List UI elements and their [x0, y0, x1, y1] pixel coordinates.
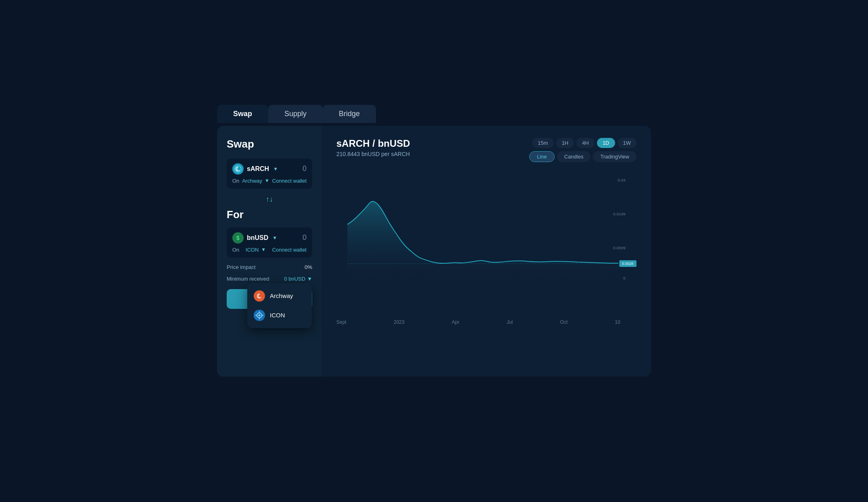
to-on-label: On	[232, 247, 239, 253]
left-panel: Swap sARCH ▼	[217, 126, 322, 377]
from-on-label: On	[232, 178, 239, 184]
dropdown-archway-label: Archway	[270, 292, 293, 299]
view-buttons: Line Candles TradingView	[529, 151, 636, 162]
svg-text:0.0199: 0.0199	[613, 211, 626, 216]
dropdown-icon[interactable]: ICON	[247, 306, 312, 325]
chart-title-section: sARCH / bnUSD 210.8443 bnUSD per sARCH	[336, 138, 410, 157]
chart-title: sARCH / bnUSD	[336, 138, 410, 149]
price-impact-value: 0%	[305, 264, 312, 270]
chart-rate: 210.8443 bnUSD per sARCH	[336, 151, 410, 157]
from-network-selector[interactable]: Archway ▼	[242, 178, 269, 184]
from-connect-wallet[interactable]: Connect wallet	[272, 178, 307, 184]
app-container: Swap Supply Bridge Swap	[217, 126, 651, 377]
swap-direction-toggle[interactable]: ↑↓	[227, 195, 312, 204]
x-label-sept: Sept	[336, 319, 346, 325]
view-btn-tradingview[interactable]: TradingView	[593, 151, 636, 162]
from-token-selector[interactable]: sARCH ▼	[232, 163, 278, 175]
svg-text:0: 0	[623, 275, 626, 280]
to-token-box: $ bnUSD ▼ 0 On ICON ▼ Connect wallet	[227, 227, 312, 258]
to-token-label: bnUSD	[247, 234, 268, 242]
min-received-value: 0 bnUSD ▼	[284, 276, 312, 282]
chart-controls: 15m 1H 4H 1D 1W Line Candles TradingView	[529, 138, 636, 162]
from-token-amount: 0	[303, 165, 307, 173]
tabs: Swap Supply Bridge	[217, 105, 376, 123]
tab-swap[interactable]: Swap	[217, 105, 268, 123]
x-label-2023: 2023	[394, 319, 405, 325]
price-chart: 0.03 0.0199 0.0099 0 0.0028	[336, 170, 636, 315]
svg-text:0.0028: 0.0028	[622, 262, 633, 266]
chart-header: sARCH / bnUSD 210.8443 bnUSD per sARCH 1…	[336, 138, 636, 162]
x-label-10: 10	[615, 319, 620, 325]
to-network-selector[interactable]: ICON ▼	[246, 247, 266, 253]
time-btn-15m[interactable]: 15m	[532, 138, 553, 148]
tab-supply[interactable]: Supply	[268, 105, 323, 123]
sarch-icon	[232, 163, 244, 175]
x-axis-labels: Sept 2023 Apr Jul Oct 10	[336, 319, 636, 325]
x-label-apr: Apr	[452, 319, 459, 325]
tab-bridge[interactable]: Bridge	[323, 105, 376, 123]
price-impact-row: Price impact 0%	[227, 264, 312, 270]
min-received-row: Minimum received 0 bnUSD ▼	[227, 276, 312, 282]
from-network-chevron: ▼	[265, 178, 269, 183]
dropdown-archway[interactable]: Archway	[247, 286, 312, 306]
swap-title: Swap	[227, 138, 312, 150]
time-btn-1d[interactable]: 1D	[597, 138, 615, 148]
from-network-row: On Archway ▼ Connect wallet	[232, 178, 307, 184]
to-network-chevron: ▼	[261, 247, 266, 252]
to-token-selector[interactable]: $ bnUSD ▼	[232, 232, 277, 244]
to-token-row: $ bnUSD ▼ 0	[232, 232, 307, 244]
time-buttons: 15m 1H 4H 1D 1W	[532, 138, 636, 148]
time-btn-4h[interactable]: 4H	[576, 138, 595, 148]
from-token-box: sARCH ▼ 0 On Archway ▼ Connect wallet	[227, 158, 312, 189]
svg-text:0.0099: 0.0099	[613, 246, 626, 250]
to-connect-wallet[interactable]: Connect wallet	[272, 247, 307, 253]
x-label-jul: Jul	[507, 319, 513, 325]
from-token-chevron: ▼	[273, 166, 278, 172]
to-token-chevron: ▼	[272, 235, 277, 241]
bnusd-icon: $	[232, 232, 244, 244]
min-received-label: Minimum received	[227, 276, 269, 282]
archway-dropdown-icon	[254, 290, 265, 302]
dropdown-icon-label: ICON	[270, 312, 285, 319]
icon-dropdown-icon	[254, 310, 265, 321]
network-dropdown: Archway ICON	[247, 283, 312, 328]
time-btn-1w[interactable]: 1W	[618, 138, 637, 148]
min-received-chevron: ▼	[307, 276, 312, 282]
view-btn-line[interactable]: Line	[529, 151, 555, 162]
from-token-row: sARCH ▼ 0	[232, 163, 307, 175]
right-panel: sARCH / bnUSD 210.8443 bnUSD per sARCH 1…	[322, 126, 651, 377]
svg-text:0.03: 0.03	[618, 177, 626, 182]
to-token-amount: 0	[303, 233, 307, 242]
from-token-label: sARCH	[247, 165, 269, 173]
chart-area: 0.03 0.0199 0.0099 0 0.0028	[336, 170, 636, 315]
for-title: For	[227, 208, 312, 221]
to-network-row: On ICON ▼ Connect wallet	[232, 247, 307, 253]
main-content: Swap sARCH ▼	[217, 126, 651, 377]
svg-point-4	[259, 314, 261, 316]
x-label-oct: Oct	[560, 319, 568, 325]
time-btn-1h[interactable]: 1H	[556, 138, 574, 148]
price-impact-label: Price impact	[227, 264, 256, 270]
view-btn-candles[interactable]: Candles	[557, 151, 591, 162]
